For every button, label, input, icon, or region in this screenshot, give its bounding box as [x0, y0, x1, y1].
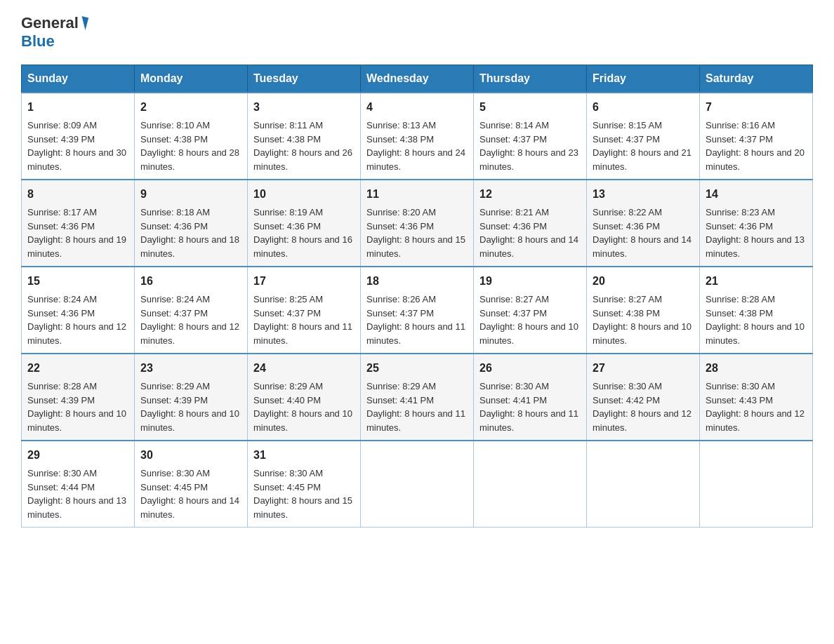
- calendar-cell: 9Sunrise: 8:18 AMSunset: 4:36 PMDaylight…: [135, 180, 248, 267]
- calendar-cell: 20Sunrise: 8:27 AMSunset: 4:38 PMDayligh…: [587, 267, 700, 354]
- day-info: Sunrise: 8:24 AMSunset: 4:36 PMDaylight:…: [27, 293, 128, 347]
- day-info: Sunrise: 8:28 AMSunset: 4:38 PMDaylight:…: [706, 293, 807, 347]
- day-info: Sunrise: 8:21 AMSunset: 4:36 PMDaylight:…: [479, 206, 581, 260]
- day-number: 8: [27, 186, 128, 203]
- day-info: Sunrise: 8:13 AMSunset: 4:38 PMDaylight:…: [366, 119, 468, 173]
- day-info: Sunrise: 8:30 AMSunset: 4:41 PMDaylight:…: [479, 380, 581, 434]
- calendar-cell: 30Sunrise: 8:30 AMSunset: 4:45 PMDayligh…: [135, 441, 248, 528]
- day-info: Sunrise: 8:25 AMSunset: 4:37 PMDaylight:…: [253, 293, 355, 347]
- calendar-cell: [700, 441, 813, 528]
- day-info: Sunrise: 8:28 AMSunset: 4:39 PMDaylight:…: [27, 380, 128, 434]
- day-number: 15: [27, 273, 128, 290]
- calendar-cell: 23Sunrise: 8:29 AMSunset: 4:39 PMDayligh…: [135, 354, 248, 441]
- week-row-2: 8Sunrise: 8:17 AMSunset: 4:36 PMDaylight…: [22, 180, 813, 267]
- day-info: Sunrise: 8:18 AMSunset: 4:36 PMDaylight:…: [140, 206, 241, 260]
- day-info: Sunrise: 8:17 AMSunset: 4:36 PMDaylight:…: [27, 206, 128, 260]
- day-info: Sunrise: 8:20 AMSunset: 4:36 PMDaylight:…: [366, 206, 468, 260]
- day-info: Sunrise: 8:29 AMSunset: 4:41 PMDaylight:…: [366, 380, 468, 434]
- calendar-cell: 19Sunrise: 8:27 AMSunset: 4:37 PMDayligh…: [474, 267, 587, 354]
- day-number: 16: [140, 273, 241, 290]
- calendar-cell: 2Sunrise: 8:10 AMSunset: 4:38 PMDaylight…: [135, 93, 248, 180]
- calendar-cell: 24Sunrise: 8:29 AMSunset: 4:40 PMDayligh…: [248, 354, 361, 441]
- day-info: Sunrise: 8:30 AMSunset: 4:42 PMDaylight:…: [593, 380, 694, 434]
- calendar-cell: 29Sunrise: 8:30 AMSunset: 4:44 PMDayligh…: [22, 441, 135, 528]
- day-number: 4: [366, 99, 468, 116]
- day-info: Sunrise: 8:11 AMSunset: 4:38 PMDaylight:…: [253, 119, 355, 173]
- day-info: Sunrise: 8:27 AMSunset: 4:37 PMDaylight:…: [479, 293, 581, 347]
- calendar-cell: 21Sunrise: 8:28 AMSunset: 4:38 PMDayligh…: [700, 267, 813, 354]
- calendar-cell: 27Sunrise: 8:30 AMSunset: 4:42 PMDayligh…: [587, 354, 700, 441]
- page-header: General Blue: [21, 14, 813, 51]
- calendar-table: SundayMondayTuesdayWednesdayThursdayFrid…: [21, 65, 813, 528]
- day-number: 19: [479, 273, 581, 290]
- day-number: 7: [706, 99, 807, 116]
- day-number: 26: [479, 360, 581, 377]
- day-info: Sunrise: 8:24 AMSunset: 4:37 PMDaylight:…: [140, 293, 241, 347]
- day-number: 29: [27, 447, 128, 464]
- weekday-header-monday: Monday: [135, 65, 248, 93]
- day-info: Sunrise: 8:30 AMSunset: 4:44 PMDaylight:…: [27, 467, 128, 521]
- day-number: 20: [593, 273, 694, 290]
- calendar-cell: 6Sunrise: 8:15 AMSunset: 4:37 PMDaylight…: [587, 93, 700, 180]
- logo-general-text: General: [21, 14, 79, 32]
- calendar-cell: 15Sunrise: 8:24 AMSunset: 4:36 PMDayligh…: [22, 267, 135, 354]
- calendar-cell: 25Sunrise: 8:29 AMSunset: 4:41 PMDayligh…: [361, 354, 474, 441]
- day-number: 17: [253, 273, 355, 290]
- logo: General Blue: [21, 14, 88, 51]
- calendar-cell: 5Sunrise: 8:14 AMSunset: 4:37 PMDaylight…: [474, 93, 587, 180]
- day-number: 21: [706, 273, 807, 290]
- day-number: 13: [593, 186, 694, 203]
- calendar-cell: 22Sunrise: 8:28 AMSunset: 4:39 PMDayligh…: [22, 354, 135, 441]
- weekday-header-tuesday: Tuesday: [248, 65, 361, 93]
- calendar-cell: 16Sunrise: 8:24 AMSunset: 4:37 PMDayligh…: [135, 267, 248, 354]
- calendar-cell: 31Sunrise: 8:30 AMSunset: 4:45 PMDayligh…: [248, 441, 361, 528]
- day-number: 28: [706, 360, 807, 377]
- logo-blue-text: Blue: [21, 32, 55, 50]
- day-info: Sunrise: 8:29 AMSunset: 4:39 PMDaylight:…: [140, 380, 241, 434]
- day-info: Sunrise: 8:16 AMSunset: 4:37 PMDaylight:…: [706, 119, 807, 173]
- day-info: Sunrise: 8:22 AMSunset: 4:36 PMDaylight:…: [593, 206, 694, 260]
- calendar-cell: [587, 441, 700, 528]
- weekday-header-thursday: Thursday: [474, 65, 587, 93]
- calendar-cell: 17Sunrise: 8:25 AMSunset: 4:37 PMDayligh…: [248, 267, 361, 354]
- day-info: Sunrise: 8:27 AMSunset: 4:38 PMDaylight:…: [593, 293, 694, 347]
- day-number: 24: [253, 360, 355, 377]
- day-number: 22: [27, 360, 128, 377]
- weekday-header-sunday: Sunday: [22, 65, 135, 93]
- calendar-cell: 12Sunrise: 8:21 AMSunset: 4:36 PMDayligh…: [474, 180, 587, 267]
- day-info: Sunrise: 8:10 AMSunset: 4:38 PMDaylight:…: [140, 119, 241, 173]
- week-row-1: 1Sunrise: 8:09 AMSunset: 4:39 PMDaylight…: [22, 93, 813, 180]
- day-number: 12: [479, 186, 581, 203]
- calendar-cell: 3Sunrise: 8:11 AMSunset: 4:38 PMDaylight…: [248, 93, 361, 180]
- day-info: Sunrise: 8:15 AMSunset: 4:37 PMDaylight:…: [593, 119, 694, 173]
- day-number: 27: [593, 360, 694, 377]
- day-info: Sunrise: 8:19 AMSunset: 4:36 PMDaylight:…: [253, 206, 355, 260]
- calendar-cell: 8Sunrise: 8:17 AMSunset: 4:36 PMDaylight…: [22, 180, 135, 267]
- day-info: Sunrise: 8:26 AMSunset: 4:37 PMDaylight:…: [366, 293, 468, 347]
- day-number: 10: [253, 186, 355, 203]
- day-info: Sunrise: 8:30 AMSunset: 4:43 PMDaylight:…: [706, 380, 807, 434]
- calendar-cell: [474, 441, 587, 528]
- day-info: Sunrise: 8:30 AMSunset: 4:45 PMDaylight:…: [140, 467, 241, 521]
- logo-triangle-icon: [79, 16, 88, 30]
- calendar-cell: 18Sunrise: 8:26 AMSunset: 4:37 PMDayligh…: [361, 267, 474, 354]
- day-info: Sunrise: 8:23 AMSunset: 4:36 PMDaylight:…: [706, 206, 807, 260]
- week-row-3: 15Sunrise: 8:24 AMSunset: 4:36 PMDayligh…: [22, 267, 813, 354]
- day-number: 18: [366, 273, 468, 290]
- weekday-header-saturday: Saturday: [700, 65, 813, 93]
- calendar-cell: 10Sunrise: 8:19 AMSunset: 4:36 PMDayligh…: [248, 180, 361, 267]
- day-number: 23: [140, 360, 241, 377]
- calendar-cell: 26Sunrise: 8:30 AMSunset: 4:41 PMDayligh…: [474, 354, 587, 441]
- day-number: 1: [27, 99, 128, 116]
- calendar-cell: 13Sunrise: 8:22 AMSunset: 4:36 PMDayligh…: [587, 180, 700, 267]
- weekday-header-row: SundayMondayTuesdayWednesdayThursdayFrid…: [22, 65, 813, 93]
- day-number: 14: [706, 186, 807, 203]
- day-number: 25: [366, 360, 468, 377]
- week-row-4: 22Sunrise: 8:28 AMSunset: 4:39 PMDayligh…: [22, 354, 813, 441]
- day-number: 2: [140, 99, 241, 116]
- day-info: Sunrise: 8:30 AMSunset: 4:45 PMDaylight:…: [253, 467, 355, 521]
- calendar-cell: 1Sunrise: 8:09 AMSunset: 4:39 PMDaylight…: [22, 93, 135, 180]
- day-number: 5: [479, 99, 581, 116]
- weekday-header-wednesday: Wednesday: [361, 65, 474, 93]
- day-number: 9: [140, 186, 241, 203]
